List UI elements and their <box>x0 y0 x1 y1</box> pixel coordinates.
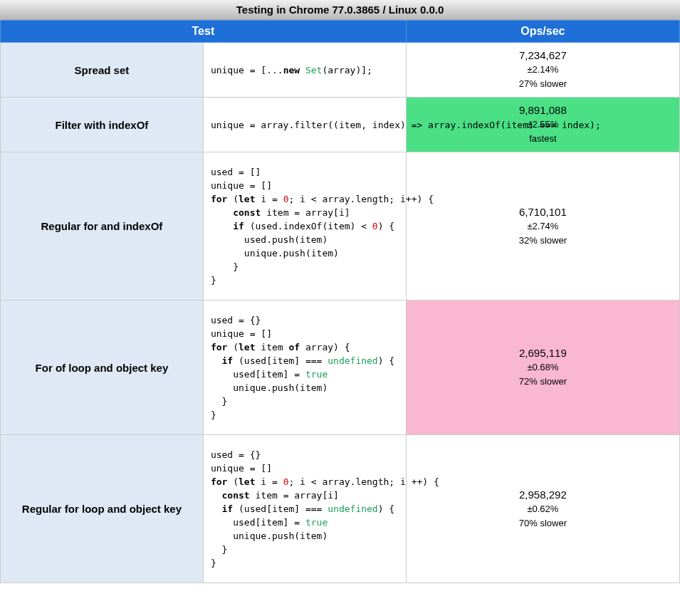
ops-note: 70% slower <box>409 516 676 531</box>
code-block: used = {} unique = [] for (let item of a… <box>204 301 406 434</box>
ops-cell: 2,695,119±0.68%72% slower <box>406 301 679 435</box>
ops-note: 27% slower <box>409 77 676 91</box>
test-name: For of loop and object key <box>1 301 204 435</box>
benchmark-table: Test Ops/sec Spread setunique = [...new … <box>0 20 680 583</box>
ops-value: 7,234,627 <box>409 48 676 63</box>
col-test: Test <box>1 21 407 43</box>
test-name: Filter with indexOf <box>1 98 204 152</box>
table-row: For of loop and object keyused = {} uniq… <box>1 301 680 435</box>
test-name: Spread set <box>1 43 204 98</box>
test-code: used = {} unique = [] for (let item of a… <box>203 301 406 435</box>
ops-value: 2,695,119 <box>409 346 676 360</box>
table-row: Spread setunique = [...new Set(array)];7… <box>1 43 680 98</box>
code-block: used = {} unique = [] for (let i = 0; i … <box>204 435 406 583</box>
test-name: Regular for and indexOf <box>1 152 204 301</box>
table-row: Regular for loop and object keyused = {}… <box>1 435 680 583</box>
test-code: unique = array.filter((item, index) => a… <box>203 98 406 152</box>
test-name: Regular for loop and object key <box>1 435 204 583</box>
ops-margin: ±2.14% <box>409 63 676 77</box>
col-ops: Ops/sec <box>406 21 679 43</box>
ops-margin: ±0.68% <box>409 360 676 375</box>
code-block: unique = array.filter((item, index) => a… <box>204 105 406 145</box>
code-block: unique = [...new Set(array)]; <box>204 51 406 90</box>
ops-margin: ±0.62% <box>409 502 676 516</box>
ops-note: 72% slower <box>409 375 676 389</box>
code-block: used = [] unique = [] for (let i = 0; i … <box>204 152 406 300</box>
ops-value: 9,891,088 <box>409 103 676 118</box>
page-title: Testing in Chrome 77.0.3865 / Linux 0.0.… <box>0 0 680 20</box>
ops-note: 32% slower <box>409 234 676 248</box>
table-header-row: Test Ops/sec <box>1 21 680 43</box>
ops-cell: 2,958,292±0.62%70% slower <box>406 435 679 583</box>
ops-value: 6,710,101 <box>409 205 676 219</box>
test-code: used = {} unique = [] for (let i = 0; i … <box>203 435 406 583</box>
ops-cell: 6,710,101±2.74%32% slower <box>406 152 679 301</box>
ops-margin: ±2.74% <box>409 219 676 234</box>
test-code: unique = [...new Set(array)]; <box>203 43 406 98</box>
test-code: used = [] unique = [] for (let i = 0; i … <box>203 152 406 301</box>
ops-value: 2,958,292 <box>409 488 676 502</box>
ops-note: fastest <box>409 132 676 146</box>
table-row: Regular for and indexOfused = [] unique … <box>1 152 680 301</box>
ops-cell: 7,234,627±2.14%27% slower <box>406 43 679 98</box>
table-row: Filter with indexOfunique = array.filter… <box>1 98 680 152</box>
